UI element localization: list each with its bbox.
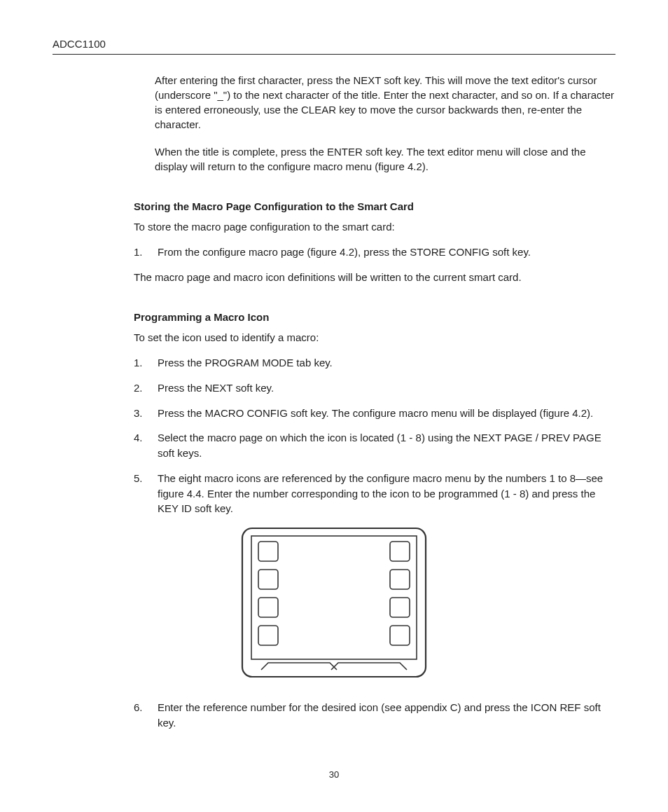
svg-rect-2 (258, 542, 278, 561)
svg-rect-5 (258, 626, 278, 645)
list-item: From the configure macro page (figure 4.… (134, 245, 615, 260)
section1-lead: To store the macro page configuration to… (134, 219, 615, 235)
section1-tail: The macro page and macro icon definition… (134, 270, 615, 285)
intro-para-2: When the title is complete, press the EN… (155, 144, 615, 174)
section2-lead: To set the icon used to identify a macro… (134, 330, 615, 345)
list-item: Press the PROGRAM MODE tab key. (134, 355, 615, 371)
page-number: 30 (0, 769, 668, 780)
section-heading-programming: Programming a Macro Icon (134, 311, 615, 323)
section1-steps: From the configure macro page (figure 4.… (134, 245, 615, 260)
svg-rect-7 (390, 570, 410, 589)
list-item: Enter the reference number for the desir… (134, 700, 615, 731)
list-item: Select the macro page on which the icon … (134, 430, 615, 461)
list-item: Press the NEXT soft key. (134, 380, 615, 396)
section2-steps: Press the PROGRAM MODE tab key. Press th… (134, 355, 615, 516)
section-heading-storing: Storing the Macro Page Configuration to … (134, 200, 615, 212)
page-header: ADCC1100 (53, 38, 615, 55)
svg-rect-4 (258, 598, 278, 617)
document-title: ADCC1100 (53, 38, 106, 50)
figure-macro-icon-layout (53, 526, 615, 679)
list-item: The eight macro icons are referenced by … (134, 471, 615, 516)
list-item: Press the MACRO CONFIG soft key. The con… (134, 406, 615, 421)
svg-rect-0 (242, 528, 426, 677)
svg-rect-6 (390, 542, 410, 561)
section2-steps-cont: Enter the reference number for the desir… (134, 700, 615, 731)
svg-rect-9 (390, 626, 410, 645)
macro-panel-icon (240, 526, 428, 679)
svg-rect-8 (390, 598, 410, 617)
svg-rect-3 (258, 570, 278, 589)
intro-para-1: After entering the first character, pres… (155, 73, 615, 132)
